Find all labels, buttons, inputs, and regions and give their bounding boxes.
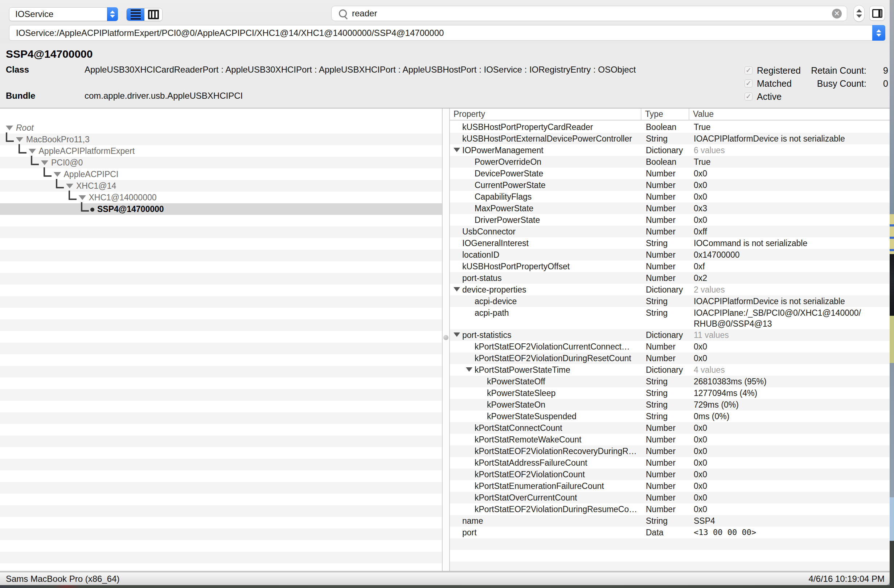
tree-connector <box>6 133 14 142</box>
property-value-cell: 0xff <box>689 226 889 237</box>
table-row[interactable]: MaxPowerStateNumber0x3 <box>450 203 889 214</box>
checkbox-matched[interactable]: ✓ <box>744 80 752 88</box>
property-type-cell: Number <box>642 203 689 214</box>
table-row[interactable]: kPortStatEOF2ViolationDuringResumeCo…Num… <box>450 503 889 515</box>
table-row[interactable]: kPortStatEnumerationFailureCountNumber0x… <box>450 480 889 492</box>
tree-item-root[interactable]: Root <box>0 122 442 134</box>
tree-connector <box>56 179 64 188</box>
table-row[interactable]: kPowerStateSuspendedString0ms (0%) <box>450 411 889 422</box>
plane-selector-popup[interactable]: IOService <box>9 7 118 21</box>
table-row[interactable]: kUSBHostPortExternalDevicePowerControlle… <box>450 133 889 144</box>
view-mode-segmented-control <box>126 8 163 21</box>
property-table-body: kUSBHostPortPropertyCardReaderBooleanTru… <box>450 121 889 571</box>
disclosure-triangle-icon[interactable] <box>29 149 36 154</box>
table-row[interactable]: locationIDNumber0x14700000 <box>450 249 889 261</box>
table-row[interactable]: kPowerStateSleepString1277094ms (4%) <box>450 387 889 399</box>
property-name-cell: DevicePowerState <box>450 168 642 179</box>
table-row[interactable]: kPortStatEOF2ViolationCountNumber0x0 <box>450 469 889 480</box>
stepper-down-icon <box>856 15 862 18</box>
checkbox-registered[interactable]: ✓ <box>744 67 752 74</box>
table-row[interactable]: nameStringSSP4 <box>450 515 889 527</box>
table-row[interactable]: acpi-deviceStringIOACPIPlatformDevice is… <box>450 295 889 307</box>
table-row[interactable]: kPortStatPowerStateTimeDictionary4 value… <box>450 364 889 376</box>
tree-item-appleacpipci[interactable]: AppleACPIPCI <box>0 168 442 180</box>
counter-group: Retain Count:9Busy Count:0 <box>791 64 888 90</box>
disclosure-triangle-icon[interactable] <box>16 137 23 142</box>
disclosure-triangle-icon[interactable] <box>6 125 13 130</box>
disclosure-triangle-icon[interactable] <box>453 287 460 292</box>
property-name-cell: kPortStatConnectCount <box>450 422 642 434</box>
list-view-button[interactable] <box>127 8 144 21</box>
search-input-text[interactable]: reader <box>352 8 832 18</box>
clear-search-button[interactable]: ✕ <box>832 9 842 18</box>
table-row[interactable]: kUSBHostPortPropertyOffsetNumber0xf <box>450 261 889 272</box>
table-row[interactable]: CapabilityFlagsNumber0x0 <box>450 191 889 203</box>
column-header-property[interactable]: Property <box>450 109 642 120</box>
search-field[interactable]: reader ✕ <box>331 6 847 21</box>
table-row[interactable]: port-statisticsDictionary11 values <box>450 329 889 341</box>
disclosure-triangle-icon[interactable] <box>41 160 48 165</box>
pane-splitter[interactable] <box>442 109 450 571</box>
toggle-inspector-button[interactable] <box>869 6 885 21</box>
property-type-cell: Number <box>642 492 689 503</box>
counter-row: Retain Count:9 <box>791 64 888 77</box>
table-row[interactable]: kPowerStateOnString729ms (0%) <box>450 399 889 411</box>
table-row[interactable]: kPortStatConnectCountNumber0x0 <box>450 422 889 434</box>
disclosure-triangle-icon[interactable] <box>66 184 73 188</box>
table-row[interactable]: UsbConnectorNumber0xff <box>450 226 889 237</box>
tree-item-xhc1-14000000[interactable]: XHC1@14000000 <box>0 192 442 203</box>
search-result-stepper[interactable] <box>853 5 865 22</box>
disclosure-triangle-icon[interactable] <box>54 172 61 177</box>
column-view-button[interactable] <box>144 8 162 21</box>
table-row[interactable]: kPortStatEOF2ViolationCurrentConnect…Num… <box>450 341 889 352</box>
property-name-cell: DriverPowerState <box>450 214 642 226</box>
column-header-type[interactable]: Type <box>642 109 689 120</box>
table-row[interactable]: device-propertiesDictionary2 values <box>450 284 889 295</box>
ioregistry-explorer-window: IOService reader ✕ IOService:/AppleACPIP… <box>0 0 889 585</box>
property-type-cell: Number <box>642 445 689 457</box>
column-header-value[interactable]: Value <box>689 109 889 120</box>
table-row[interactable]: IOGeneralInterestStringIOCommand is not … <box>450 237 889 249</box>
table-row[interactable]: kPortStatEOF2ViolationRecoveryDuringR…Nu… <box>450 445 889 457</box>
popup-chevrons-icon <box>107 7 118 21</box>
table-row[interactable]: CurrentPowerStateNumber0x0 <box>450 179 889 191</box>
property-type-cell: Number <box>642 480 689 492</box>
property-name-cell: MaxPowerState <box>450 203 642 214</box>
tree-item-label: Root <box>16 123 34 133</box>
path-bar[interactable]: IOService:/AppleACPIPlatformExpert/PCI0@… <box>9 25 885 41</box>
tree-item-appleacpiplatformexpert[interactable]: AppleACPIPlatformExpert <box>0 145 442 157</box>
property-type-cell: String <box>642 133 689 144</box>
property-name-cell: IOGeneralInterest <box>450 237 642 249</box>
table-row[interactable]: PowerOverrideOnBooleanTrue <box>450 156 889 168</box>
table-row[interactable]: DriverPowerStateNumber0x0 <box>450 214 889 226</box>
table-row[interactable]: kPortStatRemoteWakeCountNumber0x0 <box>450 434 889 445</box>
content-panes: RootMacBookPro11,3AppleACPIPlatformExper… <box>0 108 889 572</box>
table-row[interactable]: kPortStatAddressFailureCountNumber0x0 <box>450 457 889 469</box>
property-value-cell: True <box>689 156 889 168</box>
property-type-cell: Number <box>642 168 689 179</box>
property-name-cell: locationID <box>450 249 642 261</box>
table-row[interactable]: IOPowerManagementDictionary6 values <box>450 144 889 156</box>
table-row[interactable]: kPortStatEOF2ViolationDuringResetCountNu… <box>450 352 889 364</box>
desktop-edge-right <box>889 0 894 588</box>
disclosure-triangle-icon[interactable] <box>79 195 86 200</box>
property-name-cell: UsbConnector <box>450 226 642 237</box>
table-row[interactable]: acpi-pathStringIOACPIPlane:/_SB/PCI0@0/X… <box>450 307 889 329</box>
property-table-header: Property Type Value <box>450 109 889 121</box>
disclosure-triangle-icon[interactable] <box>453 333 460 337</box>
table-row[interactable]: kPortStatOverCurrentCountNumber0x0 <box>450 492 889 503</box>
tree-item-pci0-0[interactable]: PCI0@0 <box>0 157 442 168</box>
table-row[interactable]: port-statusNumber0x2 <box>450 272 889 284</box>
bundle-label: Bundle <box>6 91 35 101</box>
table-row[interactable]: DevicePowerStateNumber0x0 <box>450 168 889 179</box>
tree-item-ssp4-14700000[interactable]: SSP4@14700000 <box>0 203 442 215</box>
property-table-pane: Property Type Value kUSBHostPortProperty… <box>450 109 889 571</box>
table-row[interactable]: portData<13 00 00 00> <box>450 527 889 538</box>
disclosure-triangle-icon[interactable] <box>466 367 473 372</box>
tree-item-macbookpro11-3[interactable]: MacBookPro11,3 <box>0 134 442 145</box>
checkbox-active[interactable]: ✓ <box>744 92 752 101</box>
table-row[interactable]: kPowerStateOffString26810383ms (95%) <box>450 376 889 387</box>
table-row[interactable]: kUSBHostPortPropertyCardReaderBooleanTru… <box>450 121 889 133</box>
tree-item-xhc1-14[interactable]: XHC1@14 <box>0 180 442 192</box>
disclosure-triangle-icon[interactable] <box>453 148 460 152</box>
